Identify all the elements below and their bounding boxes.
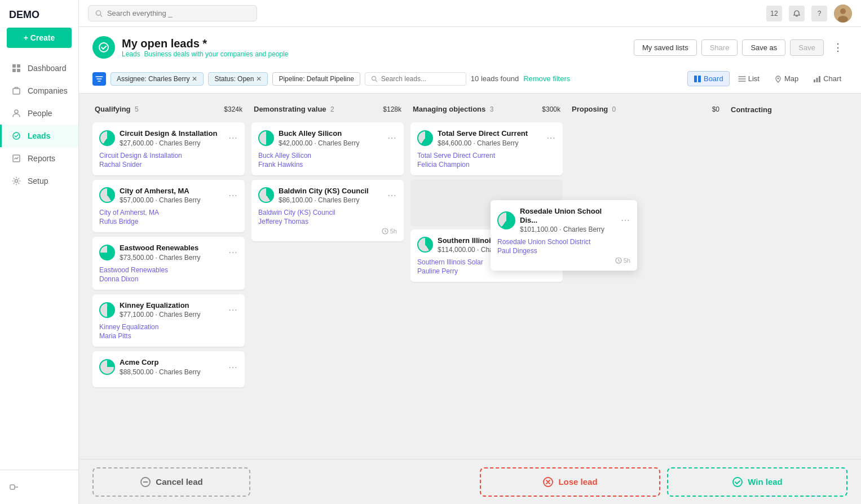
search-box[interactable] — [88, 5, 257, 21]
card-menu-acme[interactable]: ⋯ — [228, 362, 238, 373]
card-menu-circuit[interactable]: ⋯ — [228, 132, 238, 143]
win-lead-button[interactable]: Win lead — [667, 467, 847, 497]
card-person-baldwin[interactable]: Jefferey Thomas — [258, 218, 397, 226]
card-menu-buck[interactable]: ⋯ — [387, 132, 397, 143]
card-person-circuit[interactable]: Rachal Snider — [99, 161, 238, 169]
card-company-total-serve[interactable]: Total Serve Direct Current — [417, 152, 556, 160]
svg-rect-9 — [10, 485, 15, 489]
sidebar-item-people[interactable]: People — [0, 102, 78, 125]
card-person-eastwood[interactable]: Donna Dixon — [99, 275, 238, 283]
column-header-qualifying: Qualifying 5 $324k — [92, 100, 245, 118]
sidebar-item-setup[interactable]: Setup — [0, 170, 78, 192]
tooltip-company-link[interactable]: Rosedale Union School District — [497, 238, 630, 246]
avatar[interactable] — [834, 5, 852, 23]
cancel-lead-button[interactable]: Cancel lead — [92, 467, 250, 497]
card-title-baldwin: Baldwin City (KS) Council — [279, 187, 383, 196]
card-title-buck: Buck Alley Silicon — [279, 129, 383, 138]
card-title-total-serve: Total Serve Direct Current — [438, 129, 542, 138]
search-leads-icon — [371, 76, 378, 82]
remove-status-filter[interactable]: ✕ — [256, 75, 262, 83]
sidebar-item-leads[interactable]: Leads — [0, 125, 78, 147]
status-filter[interactable]: Status: Open ✕ — [208, 72, 268, 86]
save-as-button[interactable]: Save as — [742, 39, 785, 56]
board: Qualifying 5 $324k Circuit Design & Inst… — [92, 94, 847, 397]
card-circuit-design[interactable]: Circuit Design & Installation $27,600.00… — [92, 122, 245, 175]
column-header-demonstrating: Demonstrating value 2 $128k — [251, 100, 404, 118]
tooltip-person-link[interactable]: Paul Dingess — [497, 247, 630, 255]
create-button[interactable]: + Create — [7, 28, 72, 48]
search-leads-box[interactable] — [365, 72, 466, 86]
more-options-button[interactable]: ⋮ — [828, 39, 847, 56]
card-company-baldwin[interactable]: Baldwin City (KS) Council — [258, 209, 397, 216]
card-company-kinney[interactable]: Kinney Equalization — [99, 323, 238, 331]
card-menu-amherst[interactable]: ⋯ — [228, 190, 238, 201]
column-amount-managing: $300k — [542, 105, 560, 113]
filter-bar: Assignee: Charles Berry ✕ Status: Open ✕… — [92, 65, 847, 93]
card-person-total-serve[interactable]: Felicia Champion — [417, 161, 556, 169]
notifications-icon[interactable]: 12 — [766, 6, 782, 21]
card-company-amherst[interactable]: City of Amherst, MA — [99, 209, 238, 216]
column-demonstrating: Demonstrating value 2 $128k Buck Alley S… — [251, 100, 404, 390]
search-leads-input[interactable] — [381, 75, 460, 83]
remove-assignee-filter[interactable]: ✕ — [192, 75, 197, 83]
sidebar-item-dashboard[interactable]: Dashboard — [0, 57, 78, 79]
map-icon — [774, 75, 782, 83]
card-amount-amherst: $57,000.00 · Charles Berry — [120, 196, 224, 204]
sidebar-label-dashboard: Dashboard — [28, 64, 67, 73]
tooltip-card-menu[interactable]: ⋯ — [621, 215, 630, 226]
save-button[interactable]: Save — [790, 39, 824, 56]
card-menu-total-serve[interactable]: ⋯ — [546, 132, 556, 143]
column-count-qualifying: 5 — [133, 105, 139, 113]
card-baldwin[interactable]: Baldwin City (KS) Council $86,100.00 · C… — [251, 180, 404, 242]
saved-lists-button[interactable]: My saved lists — [634, 39, 697, 56]
assignee-filter[interactable]: Assignee: Charles Berry ✕ — [111, 72, 204, 86]
map-view-button[interactable]: Map — [768, 71, 805, 86]
remove-filters-link[interactable]: Remove filters — [523, 74, 570, 83]
svg-point-18 — [777, 77, 779, 79]
share-button[interactable]: Share — [701, 39, 738, 56]
card-company-buck[interactable]: Buck Alley Silicon — [258, 152, 397, 160]
card-buck[interactable]: Buck Alley Silicon $42,000.00 · Charles … — [251, 122, 404, 175]
lose-lead-button[interactable]: Lose lead — [480, 467, 660, 497]
dashboard-icon — [11, 63, 22, 74]
people-icon — [11, 108, 22, 119]
card-acme[interactable]: Acme Corp $88,500.00 · Charles Berry ⋯ — [92, 351, 245, 387]
topbar: 12 ? — [79, 0, 861, 27]
search-input[interactable] — [107, 9, 250, 17]
card-person-buck[interactable]: Frank Hawkins — [258, 161, 397, 169]
sidebar-item-reports[interactable]: Reports — [0, 147, 78, 170]
column-title-proposing: Proposing — [572, 105, 608, 113]
chart-view-button[interactable]: Chart — [807, 71, 847, 86]
card-amherst[interactable]: City of Amherst, MA $57,000.00 · Charles… — [92, 180, 245, 233]
card-icon-total-serve — [417, 130, 433, 146]
card-eastwood[interactable]: Eastwood Renewables $73,500.00 · Charles… — [92, 237, 245, 290]
card-kinney[interactable]: Kinney Equalization $77,100.00 · Charles… — [92, 294, 245, 347]
card-total-serve[interactable]: Total Serve Direct Current $84,600.00 · … — [410, 122, 563, 175]
column-title-contracting: Contracting — [731, 105, 772, 114]
column-header-managing: Managing objections 3 $300k — [410, 100, 563, 118]
sidebar-item-companies[interactable]: Companies — [0, 79, 78, 102]
card-menu-eastwood[interactable]: ⋯ — [228, 247, 238, 258]
breadcrumb: Leads Business deals with your companies… — [122, 50, 289, 58]
column-contracting: Contracting — [728, 100, 847, 390]
card-person-amherst[interactable]: Rufus Bridge — [99, 218, 238, 226]
card-company-eastwood[interactable]: Eastwood Renewables — [99, 266, 238, 274]
card-person-kinney[interactable]: Maria Pitts — [99, 332, 238, 340]
card-icon-acme — [99, 359, 115, 375]
column-amount-demonstrating: $128k — [383, 105, 401, 113]
tooltip-card-amount: $101,100.00 · Charles Berry — [520, 226, 616, 233]
alerts-icon[interactable] — [789, 6, 805, 21]
help-icon[interactable]: ? — [811, 6, 827, 21]
pipeline-filter[interactable]: Pipeline: Default Pipeline — [272, 72, 360, 86]
sidebar-bottom-item[interactable] — [9, 477, 69, 497]
card-menu-kinney[interactable]: ⋯ — [228, 304, 238, 315]
page-icon — [92, 36, 115, 59]
card-menu-baldwin[interactable]: ⋯ — [387, 190, 397, 201]
card-amount-eastwood: $73,500.00 · Charles Berry — [120, 254, 224, 262]
card-company-circuit[interactable]: Circuit Design & Installation — [99, 152, 238, 160]
timer-icon — [382, 228, 388, 235]
board-view-button[interactable]: Board — [687, 71, 730, 86]
tooltip-card-rosedale[interactable]: Rosedale Union School Dis... $101,100.00… — [491, 200, 637, 271]
search-icon — [95, 10, 103, 17]
list-view-button[interactable]: List — [732, 71, 766, 86]
